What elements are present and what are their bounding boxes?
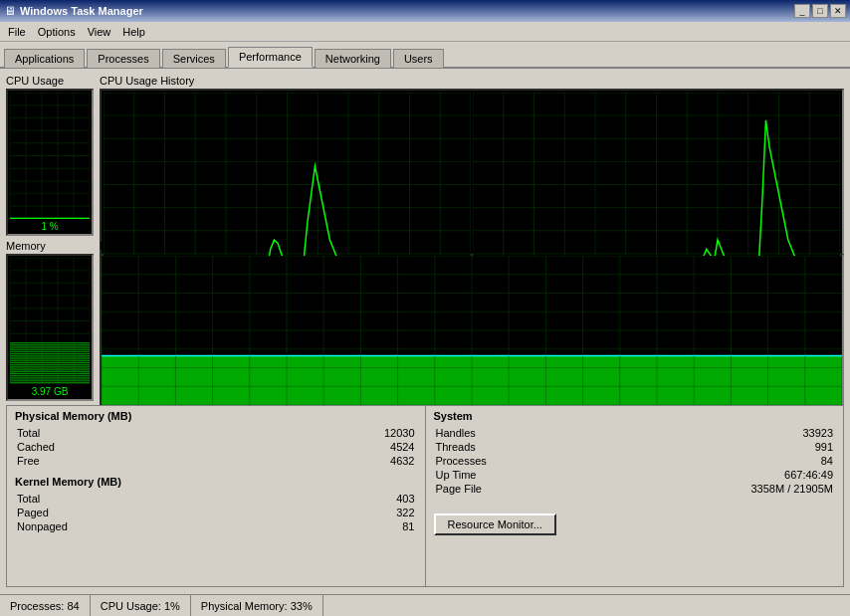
sys-pagefile-label: Page File: [434, 482, 590, 496]
system-title: System: [434, 410, 836, 422]
cpu-history-container: CPU Usage History: [100, 75, 844, 236]
pm-free-value: 4632: [235, 454, 416, 468]
pm-cached-value: 4524: [235, 440, 416, 454]
pm-total-value: 12030: [235, 426, 416, 440]
tab-performance[interactable]: Performance: [228, 47, 313, 68]
mem-gauge-box: 3.97 GB: [6, 254, 94, 401]
menu-bar: File Options View Help: [0, 22, 850, 42]
spacer: [434, 496, 836, 506]
cpu-gauge-title: CPU Usage: [6, 75, 94, 87]
cpu-history-panel-1: [473, 93, 840, 277]
title-bar-buttons: _ □ ✕: [794, 4, 846, 18]
table-row: Threads 991: [434, 440, 836, 454]
system-section: System Handles 33923 Threads 991 Process…: [426, 406, 844, 586]
mem-percent-label: 3.97 GB: [10, 386, 90, 397]
table-row: Up Time 667:46:49: [434, 468, 836, 482]
mem-gauge-title: Memory: [6, 240, 94, 252]
sys-threads-label: Threads: [434, 440, 590, 454]
close-button[interactable]: ✕: [830, 4, 846, 18]
table-row: Cached 4524: [15, 440, 417, 454]
top-row: CPU Usage 1 % CPU Usage History: [6, 75, 844, 236]
table-row: Processes 84: [434, 454, 836, 468]
cpu-gauge-canvas: [10, 93, 90, 219]
title-bar-title: Windows Task Manager: [20, 5, 143, 17]
physical-memory-section: Physical Memory (MB) Total 12030 Cached …: [7, 406, 426, 586]
menu-options[interactable]: Options: [32, 24, 82, 40]
title-bar-icon: 🖥: [4, 4, 16, 18]
table-row: Total 12030: [15, 426, 417, 440]
kernel-memory-title: Kernel Memory (MB): [15, 476, 417, 488]
mem-gauge-canvas: [10, 258, 90, 384]
status-bar: Processes: 84 CPU Usage: 1% Physical Mem…: [0, 594, 850, 616]
maximize-button[interactable]: □: [812, 4, 828, 18]
menu-view[interactable]: View: [82, 24, 117, 40]
minimize-button[interactable]: _: [794, 4, 810, 18]
pm-cached-label: Cached: [15, 440, 235, 454]
sys-processes-label: Processes: [434, 454, 590, 468]
km-total-value: 403: [301, 492, 417, 506]
stats-columns: Physical Memory (MB) Total 12030 Cached …: [6, 405, 844, 587]
menu-file[interactable]: File: [2, 24, 32, 40]
sys-handles-value: 33923: [590, 426, 835, 440]
status-cpu: CPU Usage: 1%: [91, 595, 191, 616]
cpu-history-panel-0: [104, 93, 471, 277]
cpu-history-title: CPU Usage History: [100, 75, 844, 87]
table-row: Nonpaged 81: [15, 519, 417, 533]
status-memory: Physical Memory: 33%: [191, 595, 323, 616]
sys-processes-value: 84: [590, 454, 835, 468]
tab-applications[interactable]: Applications: [4, 49, 85, 68]
cpu-percent-label: 1 %: [10, 221, 90, 232]
sys-handles-label: Handles: [434, 426, 590, 440]
mem-gauge-container: Memory 3.97 GB: [6, 240, 94, 401]
table-row: Page File 3358M / 21905M: [434, 482, 836, 496]
sys-uptime-value: 667:46:49: [590, 468, 835, 482]
physical-memory-title: Physical Memory (MB): [15, 410, 417, 422]
cpu-gauge-container: CPU Usage 1 %: [6, 75, 94, 236]
system-table: Handles 33923 Threads 991 Processes 84 U…: [434, 426, 836, 496]
table-row: Total 403: [15, 492, 417, 506]
km-paged-label: Paged: [15, 506, 301, 519]
sys-uptime-label: Up Time: [434, 468, 590, 482]
sys-threads-value: 991: [590, 440, 835, 454]
mem-row: Memory 3.97 GB Physical Memory Usage His…: [6, 240, 844, 401]
km-nonpaged-label: Nonpaged: [15, 519, 301, 533]
km-nonpaged-value: 81: [301, 519, 417, 533]
mem-history-container: Physical Memory Usage History: [100, 240, 844, 401]
table-row: Free 4632: [15, 454, 417, 468]
tabs-bar: Applications Processes Services Performa…: [0, 42, 850, 69]
table-row: Paged 322: [15, 506, 417, 519]
pm-total-label: Total: [15, 426, 235, 440]
physical-memory-table: Total 12030 Cached 4524 Free 4632: [15, 426, 417, 468]
cpu-hist-canvas-0: [104, 93, 471, 277]
kernel-memory-table: Total 403 Paged 322 Nonpaged 81: [15, 492, 417, 533]
menu-help[interactable]: Help: [116, 24, 151, 40]
mem-history-panel: [102, 256, 842, 405]
status-processes: Processes: 84: [0, 595, 91, 616]
km-paged-value: 322: [301, 506, 417, 519]
mem-history-box: [100, 254, 844, 407]
km-total-label: Total: [15, 492, 301, 506]
tab-services[interactable]: Services: [162, 49, 226, 68]
spacer: [15, 468, 417, 476]
tab-processes[interactable]: Processes: [87, 49, 159, 68]
cpu-hist-canvas-1: [473, 93, 840, 277]
stats-row: Physical Memory (MB) Total 12030 Cached …: [6, 405, 844, 587]
pm-free-label: Free: [15, 454, 235, 468]
cpu-gauge-box: 1 %: [6, 89, 94, 236]
title-bar: 🖥 Windows Task Manager _ □ ✕: [0, 0, 850, 22]
tab-networking[interactable]: Networking: [315, 49, 391, 68]
sys-pagefile-value: 3358M / 21905M: [590, 482, 835, 496]
tab-users[interactable]: Users: [393, 49, 444, 68]
mem-hist-canvas: [102, 256, 842, 405]
main-content: CPU Usage 1 % CPU Usage History Memory: [0, 69, 850, 593]
resource-monitor-button[interactable]: Resource Monitor...: [434, 513, 556, 535]
table-row: Handles 33923: [434, 426, 836, 440]
